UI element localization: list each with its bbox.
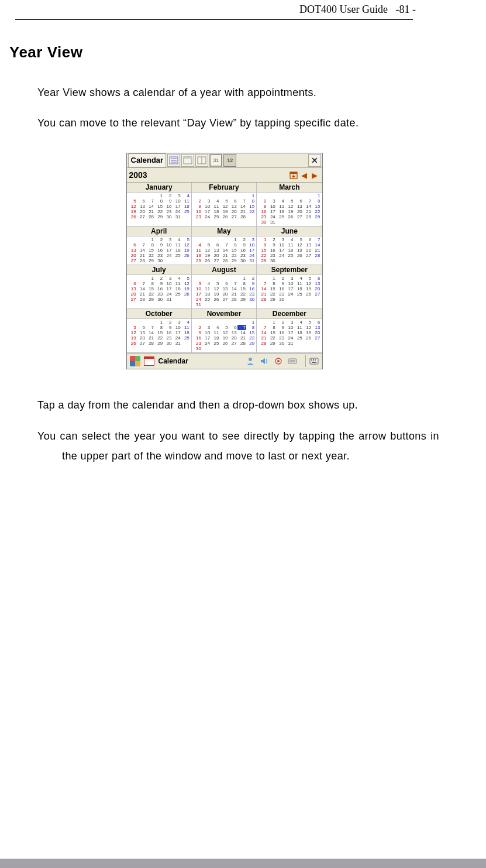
calendar-day[interactable]: 11 <box>211 204 219 209</box>
calendar-day[interactable]: 7 <box>137 242 146 248</box>
app-name-dropdown[interactable]: Calendar <box>128 153 167 167</box>
calendar-day[interactable]: 5 <box>303 276 312 281</box>
calendar-day[interactable]: 27 <box>312 335 320 341</box>
calendar-day[interactable]: 16 <box>163 330 172 335</box>
calendar-day[interactable]: 20 <box>229 209 237 214</box>
calendar-day[interactable]: 4 <box>172 237 181 242</box>
calendar-day[interactable]: 12 <box>219 204 228 209</box>
calendar-day[interactable]: 8 <box>146 281 154 286</box>
calendar-day[interactable]: 29 <box>146 297 154 302</box>
calendar-day[interactable]: 27 <box>312 291 320 297</box>
week-view-icon[interactable] <box>195 154 208 167</box>
calendar-day[interactable]: 21 <box>137 291 146 297</box>
calendar-day[interactable]: 28 <box>312 253 320 258</box>
calendar-day[interactable]: 14 <box>229 286 237 291</box>
calendar-day[interactable]: 17 <box>267 209 275 214</box>
calendar-day[interactable]: 13 <box>137 204 146 209</box>
calendar-day[interactable]: 27 <box>219 297 228 302</box>
calendar-day[interactable]: 21 <box>146 209 154 214</box>
calendar-day[interactable]: 12 <box>303 281 312 286</box>
tray-keyboard-icon[interactable] <box>287 355 298 367</box>
calendar-day[interactable]: 22 <box>267 335 275 341</box>
calendar-day[interactable]: 4 <box>294 276 302 281</box>
calendar-day[interactable]: 14 <box>312 242 320 248</box>
calendar-day[interactable]: 8 <box>267 281 275 286</box>
calendar-day[interactable]: 20 <box>219 291 228 297</box>
calendar-day[interactable]: 25 <box>211 341 219 346</box>
calendar-day[interactable]: 9 <box>276 325 285 330</box>
calendar-day[interactable]: 15 <box>154 330 163 335</box>
calendar-day[interactable]: 21 <box>237 335 246 341</box>
calendar-day[interactable]: 13 <box>128 248 137 253</box>
calendar-day[interactable]: 11 <box>294 281 302 286</box>
calendar-day[interactable]: 6 <box>229 198 237 204</box>
calendar-day[interactable]: 28 <box>258 297 267 302</box>
calendar-day[interactable]: 20 <box>137 335 146 341</box>
calendar-day[interactable]: 2 <box>237 237 246 242</box>
calendar-day[interactable]: 9 <box>237 242 246 248</box>
calendar-day[interactable]: 31 <box>285 341 294 346</box>
calendar-day[interactable]: 4 <box>202 281 211 286</box>
calendar-day[interactable]: 21 <box>237 209 246 214</box>
calendar-day[interactable]: 13 <box>229 330 237 335</box>
calendar-day[interactable]: 6 <box>128 242 137 248</box>
calendar-day[interactable]: 20 <box>211 253 219 258</box>
today-button[interactable] <box>288 170 299 180</box>
calendar-day[interactable]: 24 <box>285 335 294 341</box>
calendar-day[interactable]: 8 <box>154 325 163 330</box>
calendar-day[interactable]: 4 <box>172 276 181 281</box>
calendar-day[interactable]: 15 <box>267 286 275 291</box>
calendar-day[interactable]: 14 <box>258 330 267 335</box>
calendar-day[interactable]: 5 <box>181 276 190 281</box>
calendar-day[interactable]: 20 <box>229 335 237 341</box>
tray-user-icon[interactable] <box>244 355 256 367</box>
calendar-day[interactable]: 9 <box>193 204 202 209</box>
calendar-day[interactable]: 14 <box>146 330 154 335</box>
calendar-day[interactable]: 23 <box>193 341 202 346</box>
calendar-day[interactable]: 8 <box>237 281 246 286</box>
calendar-day[interactable]: 23 <box>267 253 275 258</box>
calendar-day[interactable]: 4 <box>294 320 302 325</box>
calendar-day[interactable]: 29 <box>146 258 154 263</box>
calendar-day[interactable]: 4 <box>181 193 190 198</box>
calendar-day[interactable]: 30 <box>258 219 267 225</box>
calendar-day[interactable]: 16 <box>276 286 285 291</box>
calendar-day[interactable]: 8 <box>258 242 267 248</box>
calendar-day[interactable]: 4 <box>211 325 219 330</box>
calendar-day[interactable]: 29 <box>267 297 275 302</box>
calendar-day[interactable]: 18 <box>211 209 219 214</box>
calendar-day[interactable]: 23 <box>237 253 246 258</box>
calendar-day[interactable]: 16 <box>237 248 246 253</box>
calendar-day[interactable]: 17 <box>163 286 172 291</box>
calendar-day[interactable]: 9 <box>163 198 172 204</box>
calendar-day[interactable]: 9 <box>154 242 163 248</box>
calendar-day[interactable]: 24 <box>172 335 181 341</box>
calendar-day[interactable]: 31 <box>172 214 181 219</box>
calendar-day[interactable]: 6 <box>128 281 137 286</box>
calendar-day[interactable]: 28 <box>219 258 228 263</box>
calendar-day[interactable]: 5 <box>219 325 228 330</box>
calendar-day[interactable]: 10 <box>202 330 211 335</box>
calendar-day[interactable]: 5 <box>211 281 219 286</box>
calendar-day[interactable]: 11 <box>211 330 219 335</box>
calendar-day[interactable]: 24 <box>267 214 275 219</box>
calendar-day[interactable]: 22 <box>237 291 246 297</box>
calendar-day[interactable]: 4 <box>193 242 202 248</box>
calendar-day[interactable]: 7 <box>258 281 267 286</box>
calendar-day[interactable]: 8 <box>229 242 237 248</box>
calendar-day[interactable]: 1 <box>246 193 255 198</box>
calendar-day[interactable]: 7 <box>312 237 320 242</box>
calendar-day[interactable]: 29 <box>154 214 163 219</box>
calendar-day[interactable]: 30 <box>276 341 285 346</box>
calendar-day[interactable]: 24 <box>193 297 202 302</box>
calendar-day[interactable]: 19 <box>294 248 302 253</box>
calendar-day[interactable]: 10 <box>267 204 275 209</box>
calendar-day[interactable]: 15 <box>267 330 275 335</box>
calendar-day[interactable]: 31 <box>163 297 172 302</box>
calendar-day[interactable]: 16 <box>154 286 163 291</box>
calendar-day[interactable]: 18 <box>172 286 181 291</box>
calendar-day[interactable]: 30 <box>163 214 172 219</box>
calendar-day[interactable]: 27 <box>128 297 137 302</box>
prev-year-button[interactable]: ◀ <box>299 170 309 180</box>
calendar-day[interactable]: 19 <box>128 335 137 341</box>
